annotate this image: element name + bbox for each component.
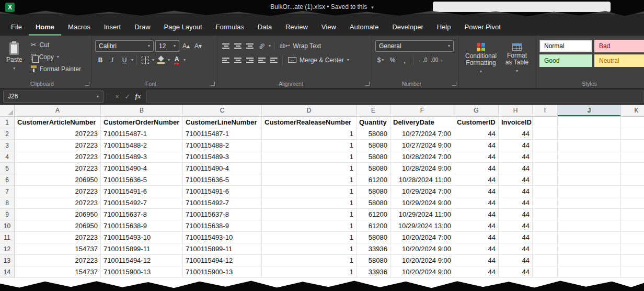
cell-F14[interactable]: 10/20/2024 9:00: [390, 266, 454, 278]
cell-F11[interactable]: 10/20/2024 7:00: [390, 232, 454, 243]
cell-I13[interactable]: [533, 255, 558, 266]
column-header-g[interactable]: G: [454, 105, 499, 116]
cell-C7[interactable]: 7100115491-6: [183, 186, 262, 197]
ribbon-tab-page-layout[interactable]: Page Layout: [157, 18, 209, 36]
cell-B7[interactable]: 7100115491-6: [101, 186, 183, 197]
cell-E7[interactable]: 58080: [356, 186, 390, 197]
top-align-button[interactable]: [221, 40, 231, 52]
row-header-13[interactable]: 13: [0, 255, 15, 266]
cell-H4[interactable]: 44: [499, 151, 533, 163]
cell-style-neutral[interactable]: Neutral: [594, 54, 644, 67]
cell-B8[interactable]: 7100115492-7: [101, 197, 183, 209]
column-header-k[interactable]: K: [621, 105, 644, 116]
ribbon-tab-developer[interactable]: Developer: [385, 18, 430, 36]
row-header-4[interactable]: 4: [0, 151, 15, 163]
row-header-5[interactable]: 5: [0, 163, 15, 174]
comma-style-button[interactable]: ,: [399, 54, 410, 66]
cell-D7[interactable]: 1: [262, 186, 356, 197]
cell-G6[interactable]: 44: [454, 174, 499, 186]
row-header-3[interactable]: 3: [0, 140, 15, 151]
cell-B5[interactable]: 7100115490-4: [101, 163, 183, 174]
percent-style-button[interactable]: %: [387, 54, 398, 66]
copy-button[interactable]: Copy▾: [29, 51, 83, 63]
cell-I2[interactable]: [533, 128, 558, 140]
conditional-formatting-button[interactable]: Conditional Formatting ▾: [462, 39, 500, 79]
ribbon-tab-power-pivot[interactable]: Power Pivot: [457, 18, 507, 36]
cell-D2[interactable]: 1: [262, 128, 356, 140]
cell-B4[interactable]: 7100115489-3: [101, 151, 183, 163]
cell-F6[interactable]: 10/28/2024 11:00: [390, 174, 454, 186]
ribbon-tab-home[interactable]: Home: [29, 18, 61, 36]
ribbon-tab-data[interactable]: Data: [251, 18, 279, 36]
cell-H7[interactable]: 44: [499, 186, 533, 197]
row-header-8[interactable]: 8: [0, 197, 15, 209]
cell-B6[interactable]: 7100115636-5: [101, 174, 183, 186]
column-header-f[interactable]: F: [390, 105, 454, 116]
bottom-align-button[interactable]: [245, 40, 255, 52]
cell-J14[interactable]: [558, 266, 621, 278]
cell-H3[interactable]: 44: [499, 140, 533, 151]
cell-J4[interactable]: [558, 151, 621, 163]
cell-K14[interactable]: [621, 266, 644, 278]
align-center-button[interactable]: [233, 54, 243, 66]
cell-K9[interactable]: [621, 209, 644, 220]
cell-H2[interactable]: 44: [499, 128, 533, 140]
cell-J3[interactable]: [558, 140, 621, 151]
cell-G12[interactable]: 44: [454, 243, 499, 255]
cell-G4[interactable]: 44: [454, 151, 499, 163]
row-header-14[interactable]: 14: [0, 266, 15, 278]
cell-E10[interactable]: 61200: [356, 220, 390, 232]
row-header-12[interactable]: 12: [0, 243, 15, 255]
cell-G9[interactable]: 44: [454, 209, 499, 220]
cell-A9[interactable]: 206950: [15, 209, 101, 220]
cell-K6[interactable]: [621, 174, 644, 186]
name-box-chevron-icon[interactable]: ▾: [97, 94, 99, 99]
cell-C13[interactable]: 7100115494-12: [183, 255, 262, 266]
cell-K2[interactable]: [621, 128, 644, 140]
cell-E12[interactable]: 33936: [356, 243, 390, 255]
cell-C8[interactable]: 7100115492-7: [183, 197, 262, 209]
decrease-decimal-button[interactable]: .00→: [430, 54, 444, 66]
ribbon-tab-insert[interactable]: Insert: [97, 18, 128, 36]
cell-D9[interactable]: 1: [262, 209, 356, 220]
cell-E8[interactable]: 58080: [356, 197, 390, 209]
cell-F1[interactable]: DeliveryDate: [390, 117, 454, 128]
format-painter-button[interactable]: Format Painter: [29, 63, 83, 75]
fill-color-button[interactable]: [156, 54, 166, 66]
cancel-icon[interactable]: ×: [112, 93, 122, 100]
cell-B14[interactable]: 7100115900-13: [101, 266, 183, 278]
cell-C5[interactable]: 7100115490-4: [183, 163, 262, 174]
cell-E11[interactable]: 58080: [356, 232, 390, 243]
cell-I7[interactable]: [533, 186, 558, 197]
cell-K1[interactable]: [621, 117, 644, 128]
cell-E6[interactable]: 61200: [356, 174, 390, 186]
cell-B3[interactable]: 7100115488-2: [101, 140, 183, 151]
orientation-button[interactable]: ab: [257, 40, 267, 52]
cell-K12[interactable]: [621, 243, 644, 255]
row-header-6[interactable]: 6: [0, 174, 15, 186]
middle-align-button[interactable]: [233, 40, 243, 52]
row-header-10[interactable]: 10: [0, 220, 15, 232]
cell-G7[interactable]: 44: [454, 186, 499, 197]
cell-G14[interactable]: 44: [454, 266, 499, 278]
select-all-button[interactable]: [0, 105, 15, 116]
cell-D8[interactable]: 1: [262, 197, 356, 209]
cell-D3[interactable]: 1: [262, 140, 356, 151]
cell-F8[interactable]: 10/29/2024 9:00: [390, 197, 454, 209]
cell-B2[interactable]: 7100115487-1: [101, 128, 183, 140]
cell-H9[interactable]: 44: [499, 209, 533, 220]
name-box[interactable]: J26 ▾: [3, 91, 104, 103]
cell-E4[interactable]: 58080: [356, 151, 390, 163]
cell-H11[interactable]: 44: [499, 232, 533, 243]
cell-K11[interactable]: [621, 232, 644, 243]
cell-K13[interactable]: [621, 255, 644, 266]
cell-J12[interactable]: [558, 243, 621, 255]
accounting-format-button[interactable]: $▾: [375, 54, 386, 66]
cell-I11[interactable]: [533, 232, 558, 243]
cell-J5[interactable]: [558, 163, 621, 174]
cell-I8[interactable]: [533, 197, 558, 209]
enter-icon[interactable]: ✓: [122, 93, 133, 100]
font-size-select[interactable]: 12▾: [155, 40, 179, 52]
ribbon-tab-automate[interactable]: Automate: [343, 18, 386, 36]
cell-F3[interactable]: 10/27/2024 9:00: [390, 140, 454, 151]
